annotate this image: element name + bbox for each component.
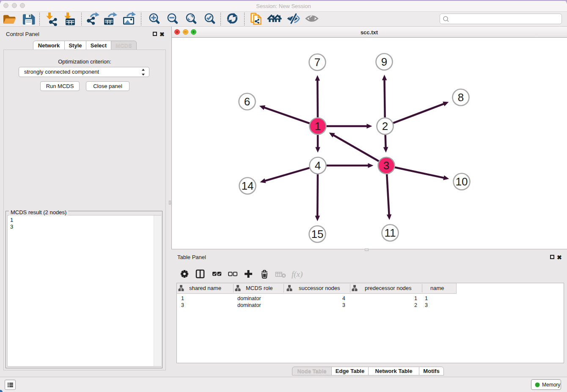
svg-text:1: 1 <box>315 120 321 133</box>
svg-text:3: 3 <box>383 159 389 172</box>
svg-text:7: 7 <box>314 56 320 69</box>
svg-text:9: 9 <box>381 55 387 68</box>
svg-text:f(x): f(x) <box>292 270 303 279</box>
svg-text:6: 6 <box>244 95 250 108</box>
svg-text:15: 15 <box>311 228 324 240</box>
svg-text:11: 11 <box>385 226 396 239</box>
svg-text:8: 8 <box>458 91 464 104</box>
svg-text:2: 2 <box>382 120 388 133</box>
svg-text:4: 4 <box>315 159 321 172</box>
svg-text:10: 10 <box>456 175 468 188</box>
svg-text:14: 14 <box>242 179 254 192</box>
